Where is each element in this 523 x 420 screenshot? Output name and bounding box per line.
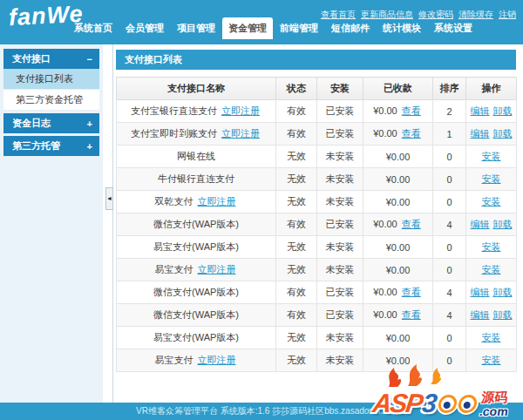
status-cell: 有效 [276, 213, 317, 236]
expand-icon: + [87, 141, 92, 152]
register-link[interactable]: 立即注册 [221, 128, 260, 139]
view-link[interactable]: 查看 [402, 219, 421, 229]
register-link[interactable]: 立即注册 [221, 105, 260, 116]
edit-link[interactable]: 编辑 [471, 287, 490, 297]
install-link[interactable]: 安装 [482, 355, 501, 365]
main-nav: 系统首页会员管理项目管理资金管理前端管理短信邮件统计模块系统设置 [68, 17, 479, 39]
sidebar-section-header[interactable]: 第三方托管+ [3, 136, 99, 156]
interface-name-cell: 易宝支付(WAP版本) [117, 327, 276, 349]
column-header: 安装 [317, 78, 363, 100]
actions-cell: 编辑卸载 [466, 281, 517, 304]
sidebar-section-header[interactable]: 支付接口− [3, 49, 99, 69]
amount-value: ¥0.00 [386, 333, 411, 343]
sidebar-divider [110, 44, 113, 403]
edit-link[interactable]: 编辑 [471, 128, 490, 139]
sort-cell: 0 [433, 168, 466, 191]
amount-cell: ¥0.00 查看 [363, 281, 433, 304]
sidebar-collapse-handle[interactable]: ◄ [105, 187, 113, 210]
register-link[interactable]: 立即注册 [198, 355, 236, 365]
install-state-cell: 未安装 [317, 191, 363, 213]
sidebar-section-header[interactable]: 资金日志+ [3, 113, 99, 133]
interface-name-cell: 牛付银行直连支付 [117, 168, 276, 191]
install-link[interactable]: 安装 [482, 264, 501, 274]
install-state-cell: 未安装 [317, 259, 363, 281]
sidebar-items: 支付接口列表第三方资金托管 [3, 69, 99, 111]
expand-icon: + [87, 119, 92, 129]
sidebar-section-label: 资金日志 [12, 117, 51, 130]
amount-cell: ¥0.00 [363, 236, 433, 259]
logo-com: .com [479, 405, 509, 417]
sidebar-item[interactable]: 第三方资金托管 [3, 90, 99, 111]
status-cell: 有效 [276, 100, 317, 123]
flame-icon [384, 364, 448, 387]
interface-name: 牛付银行直连支付 [158, 173, 234, 184]
edit-link[interactable]: 编辑 [471, 219, 490, 229]
amount-cell: ¥0.00 [363, 327, 433, 349]
payment-interface-table: 支付接口名称状态安装已收款排序操作 支付宝银行直连支付 立即注册有效已安装¥0.… [116, 77, 517, 372]
install-state-cell: 未安装 [317, 349, 363, 372]
nav-tab[interactable]: 项目管理 [171, 17, 221, 39]
footer-text: VR维客众筹管理平台 系统版本:1.6 莎莎源码社区bbs.zasadown.c [136, 406, 387, 416]
interface-name-cell: 微信支付(WAP版本) [117, 281, 276, 304]
amount-cell: ¥0.00 查看 [363, 304, 433, 327]
install-link[interactable]: 安装 [482, 241, 501, 252]
actions-cell: 安装 [466, 327, 517, 349]
uninstall-link[interactable]: 卸载 [493, 287, 513, 297]
install-link[interactable]: 安装 [482, 332, 501, 342]
status-cell: 无效 [276, 168, 317, 191]
nav-tab[interactable]: 统计模块 [377, 17, 427, 39]
amount-cell: ¥0.00 查看 [363, 100, 433, 123]
amount-value: ¥0.00 [386, 265, 411, 275]
interface-name: 易宝支付(WAP版本) [153, 241, 239, 252]
nav-tab[interactable]: 资金管理 [222, 17, 273, 39]
uninstall-link[interactable]: 卸载 [493, 128, 513, 139]
sort-cell: 4 [433, 304, 466, 327]
actions-cell: 编辑卸载 [466, 100, 517, 123]
install-link[interactable]: 安装 [482, 196, 501, 207]
install-state-cell: 已安装 [317, 304, 363, 327]
amount-value: ¥0.00 [373, 309, 397, 320]
uninstall-link[interactable]: 卸载 [493, 309, 513, 320]
table-row: 牛付银行直连支付无效未安装¥0.000安装 [117, 168, 517, 191]
actions-cell: 安装 [466, 259, 517, 281]
sort-cell: 0 [433, 146, 466, 168]
install-state-cell: 已安装 [317, 281, 363, 304]
amount-cell: ¥0.00 [363, 146, 433, 168]
interface-name-cell: 易宝支付 立即注册 [117, 259, 276, 281]
nav-tab[interactable]: 前端管理 [274, 17, 324, 39]
view-link[interactable]: 查看 [402, 128, 421, 139]
edit-link[interactable]: 编辑 [471, 105, 490, 116]
top-link[interactable]: 注销 [499, 10, 516, 19]
amount-cell: ¥0.00 查看 [363, 123, 433, 146]
view-link[interactable]: 查看 [402, 309, 421, 320]
uninstall-link[interactable]: 卸载 [493, 219, 513, 229]
edit-link[interactable]: 编辑 [471, 309, 490, 320]
interface-name-cell: 易宝支付(WAP版本) [117, 236, 276, 259]
status-cell: 无效 [276, 259, 317, 281]
actions-cell: 安装 [466, 168, 517, 191]
register-link[interactable]: 立即注册 [198, 264, 236, 274]
amount-cell: ¥0.00 [363, 191, 433, 213]
amount-cell: ¥0.00 [363, 168, 433, 191]
register-link[interactable]: 立即注册 [198, 196, 236, 207]
table-row: 微信支付(WAP版本)有效已安装¥0.00 查看4编辑卸载 [117, 213, 517, 236]
interface-name-cell: 支付宝银行直连支付 立即注册 [117, 100, 276, 123]
nav-tab[interactable]: 短信邮件 [325, 17, 376, 39]
install-link[interactable]: 安装 [482, 151, 501, 161]
install-state-cell: 已安装 [317, 213, 363, 236]
sidebar-item[interactable]: 支付接口列表 [3, 69, 99, 90]
nav-tab[interactable]: 系统设置 [428, 17, 479, 39]
install-link[interactable]: 安装 [482, 173, 501, 184]
status-cell: 无效 [276, 327, 317, 349]
interface-name: 微信支付(WAP版本) [153, 309, 239, 320]
nav-tab[interactable]: 会员管理 [119, 17, 170, 39]
view-link[interactable]: 查看 [402, 287, 421, 297]
top-header: fanWe 查看首页更新商品信息修改密码清除缓存注销 系统首页会员管理项目管理资… [0, 0, 523, 44]
status-cell: 有效 [276, 281, 317, 304]
eye-icon [438, 395, 458, 413]
interface-name: 支付宝即时到账支付 [131, 128, 217, 139]
nav-tab[interactable]: 系统首页 [68, 17, 119, 39]
view-link[interactable]: 查看 [402, 105, 421, 116]
sidebar-section-label: 支付接口 [12, 52, 51, 65]
uninstall-link[interactable]: 卸载 [493, 105, 513, 116]
